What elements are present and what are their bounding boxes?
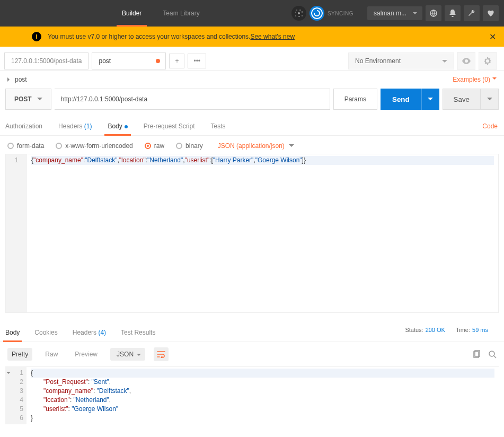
topbar-right: SYNCING salman m... xyxy=(291,5,499,21)
code-link[interactable]: Code xyxy=(482,117,498,135)
request-tabs-row: 127.0.0.1:5000/post-data post + ••• No E… xyxy=(0,47,504,71)
globe-icon[interactable] xyxy=(426,5,441,21)
request-body-editor[interactable]: 1 {"company_name":"Delftstack","location… xyxy=(5,154,499,313)
user-menu[interactable]: salman m... xyxy=(367,6,422,20)
tok: "Delftstack" xyxy=(97,387,129,395)
tok: "Delftstack" xyxy=(85,156,117,164)
copy-icon[interactable] xyxy=(472,350,481,359)
tab-builder[interactable]: Builder xyxy=(111,0,152,27)
body-indicator-icon xyxy=(125,125,128,128)
environment-select[interactable]: No Environment xyxy=(348,53,454,69)
tok: : xyxy=(93,387,97,395)
unsaved-dot-icon xyxy=(156,59,160,63)
response-format-tabs: Pretty Raw Preview JSON xyxy=(7,347,169,361)
alert-link[interactable]: See what's new xyxy=(250,33,295,40)
save-button[interactable]: Save xyxy=(443,89,481,110)
info-icon: i xyxy=(32,32,41,41)
wrap-lines-icon[interactable] xyxy=(154,347,169,361)
response-tabs: Body Cookies Headers (4) Test Results St… xyxy=(0,321,504,342)
add-tab-button[interactable]: + xyxy=(169,54,184,68)
request-name: post xyxy=(15,76,27,83)
breadcrumb[interactable]: post xyxy=(7,76,27,83)
method-select[interactable]: POST xyxy=(5,89,51,110)
response-meta: Status:200 OK Time:59 ms xyxy=(405,327,488,333)
request-tab-0[interactable]: 127.0.0.1:5000/post-data xyxy=(4,53,89,69)
editor-gutter: 1 xyxy=(6,154,27,312)
line-number: 2 xyxy=(5,378,23,387)
bell-icon[interactable] xyxy=(445,5,461,21)
fmt-pretty[interactable]: Pretty xyxy=(7,348,32,361)
tok: , xyxy=(129,387,131,395)
radio-icon xyxy=(7,143,14,149)
status-value: 200 OK xyxy=(426,327,445,333)
tab-prerequest[interactable]: Pre-request Script xyxy=(144,117,195,135)
send-button[interactable]: Send xyxy=(381,89,421,110)
env-controls: No Environment xyxy=(348,52,500,70)
caret-down-icon xyxy=(428,98,433,103)
heart-icon[interactable] xyxy=(483,5,499,21)
examples-dropdown[interactable]: Examples (0) xyxy=(453,76,497,83)
radio-icon xyxy=(56,143,62,149)
tok: "Netherland" xyxy=(147,156,183,164)
tok: "location" xyxy=(119,156,146,164)
send-options-button[interactable] xyxy=(421,89,439,110)
caret-down-icon xyxy=(37,98,42,103)
radio-icon xyxy=(176,143,182,149)
request-tabs: 127.0.0.1:5000/post-data post + ••• xyxy=(4,53,206,69)
tok: "location" xyxy=(43,396,70,404)
tok: "Netherland" xyxy=(74,396,109,404)
request-tab-1[interactable]: post xyxy=(92,53,166,69)
tab-body[interactable]: Body xyxy=(108,117,127,135)
resp-tab-headers[interactable]: Headers (4) xyxy=(73,329,106,342)
tab-team-library[interactable]: Team Library xyxy=(152,0,210,27)
tab-authorization[interactable]: Authorization xyxy=(5,117,42,135)
tok: "Harry Parker" xyxy=(213,156,254,164)
tab-headers[interactable]: Headers (1) xyxy=(58,117,92,135)
breadcrumb-row: post Examples (0) xyxy=(0,71,504,89)
radio-xwww[interactable]: x-www-form-urlencoded xyxy=(56,142,132,150)
radio-raw[interactable]: raw xyxy=(145,142,164,150)
radio-label: form-data xyxy=(17,142,44,150)
wrench-icon[interactable] xyxy=(464,5,480,21)
radio-binary[interactable]: binary xyxy=(176,142,203,150)
save-options-button[interactable] xyxy=(481,89,499,110)
fmt-raw[interactable]: Raw xyxy=(41,348,62,361)
line-number: 3 xyxy=(5,387,23,396)
method-value: POST xyxy=(14,95,32,103)
alert-message: You must use v7.0 or higher to access yo… xyxy=(48,33,250,40)
capture-icon[interactable] xyxy=(291,6,306,21)
env-preview-icon[interactable] xyxy=(457,52,475,70)
response-lang-select[interactable]: JSON xyxy=(110,348,145,361)
resp-tab-body[interactable]: Body xyxy=(5,329,20,342)
radio-form-data[interactable]: form-data xyxy=(7,142,44,150)
resp-tab-tests[interactable]: Test Results xyxy=(121,329,155,342)
response-content[interactable]: {"Post_Request": "Sent", "company_name":… xyxy=(26,367,499,424)
request-url-bar: POST http://127.0.0.1:5000/post-data Par… xyxy=(0,89,504,117)
response-body-editor[interactable]: 1 2 3 4 5 6 {"Post_Request": "Sent", "co… xyxy=(5,366,499,424)
examples-label: Examples (0) xyxy=(453,76,490,83)
search-icon[interactable] xyxy=(488,350,497,359)
close-icon[interactable]: ✕ xyxy=(489,32,496,42)
time-label: Time: xyxy=(456,327,470,333)
url-input[interactable]: http://127.0.0.1:5000/post-data xyxy=(55,89,330,110)
resp-tab-cookies[interactable]: Cookies xyxy=(34,329,57,342)
fmt-preview[interactable]: Preview xyxy=(70,348,102,361)
svg-point-5 xyxy=(489,351,494,356)
line-number: 6 xyxy=(5,414,23,423)
tab-options-button[interactable]: ••• xyxy=(188,54,206,68)
editor-content[interactable]: {"company_name":"Delftstack","location":… xyxy=(27,154,498,312)
fold-icon[interactable] xyxy=(6,372,11,376)
status: Status:200 OK xyxy=(405,327,445,333)
env-settings-icon[interactable] xyxy=(479,52,497,70)
content-type-select[interactable]: JSON (application/json) xyxy=(218,142,294,150)
body-type-options: form-data x-www-form-urlencoded raw bina… xyxy=(0,136,504,154)
sync-icon[interactable] xyxy=(310,6,324,21)
caret-right-icon xyxy=(7,77,12,82)
params-button[interactable]: Params xyxy=(333,89,377,110)
response-actions xyxy=(472,350,497,359)
tab-tests[interactable]: Tests xyxy=(210,117,225,135)
svg-point-1 xyxy=(298,12,300,14)
request-tab-label: post xyxy=(99,57,111,65)
resp-headers-count: (4) xyxy=(98,329,106,336)
tab-headers-label: Headers xyxy=(58,123,82,130)
